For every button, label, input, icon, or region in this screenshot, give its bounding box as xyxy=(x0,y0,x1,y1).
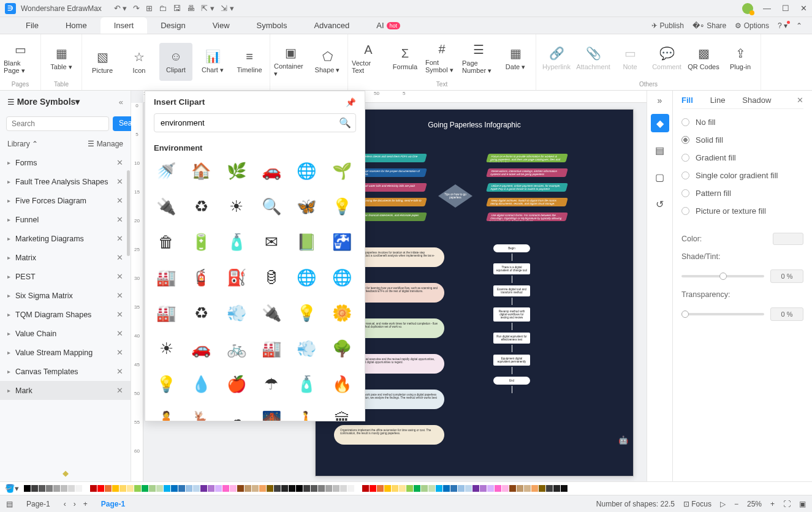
shape-button[interactable]: ⬠Shape ▾ xyxy=(311,43,344,81)
color-swatch-item[interactable] xyxy=(524,485,531,492)
color-swatch-item[interactable] xyxy=(245,485,251,492)
branch-right[interactable]: Reservations, interactive catalogs, kitc… xyxy=(486,168,568,177)
zoom-level[interactable]: 25% xyxy=(747,500,762,508)
fill-tool-icon[interactable]: ◆ xyxy=(651,114,669,132)
color-swatch-item[interactable] xyxy=(553,485,560,492)
flow-node[interactable]: Equipment digital equivalent permanently xyxy=(493,355,530,366)
clipart-item[interactable]: 📗 xyxy=(294,230,319,254)
color-swatch-item[interactable] xyxy=(230,485,237,492)
color-swatch-item[interactable] xyxy=(222,485,229,492)
color-swatch-item[interactable] xyxy=(303,485,310,492)
sidebar-scrollbar[interactable] xyxy=(127,170,130,256)
color-swatch-item[interactable] xyxy=(347,485,354,492)
zoom-out-button[interactable]: − xyxy=(734,500,738,508)
color-swatch-item[interactable] xyxy=(259,485,266,492)
flow-node[interactable]: Begin xyxy=(493,244,530,252)
chat-button[interactable]: 🤖 xyxy=(618,435,628,445)
share-button[interactable]: �∘ Share xyxy=(692,21,726,30)
color-swatch-item[interactable] xyxy=(539,485,545,492)
shade-value[interactable]: 0 % xyxy=(770,269,803,283)
branch-right[interactable]: Use digital contract forms. For contract… xyxy=(486,213,568,221)
minimize-button[interactable]: — xyxy=(763,4,771,13)
color-swatch-item[interactable] xyxy=(561,485,567,492)
color-swatch-item[interactable] xyxy=(296,485,303,492)
help-button[interactable]: ? ▾ xyxy=(778,21,787,30)
fill-option[interactable]: Picture or texture fill xyxy=(681,206,803,216)
clipart-item[interactable]: 🌐 xyxy=(294,159,319,183)
color-swatch-item[interactable] xyxy=(237,485,244,492)
color-swatch-item[interactable] xyxy=(171,485,178,492)
remove-icon[interactable]: ✕ xyxy=(116,348,123,357)
clipart-item[interactable]: 🦋 xyxy=(294,194,319,219)
transparency-value[interactable]: 0 % xyxy=(770,307,803,321)
category-item[interactable]: ▸Value Stream Mapping✕ xyxy=(0,343,131,362)
clipart-item[interactable]: 🌐 xyxy=(294,265,319,290)
category-item[interactable]: ▸Five Forces Diagram✕ xyxy=(0,191,131,210)
publish-button[interactable]: ✈ Publish xyxy=(651,21,684,30)
color-swatch-item[interactable] xyxy=(31,485,38,492)
remove-icon[interactable]: ✕ xyxy=(116,177,123,186)
clipart-item[interactable]: ♻ xyxy=(189,301,213,325)
flow-node[interactable]: End xyxy=(493,377,530,385)
clipart-item[interactable]: 🚿 xyxy=(154,159,178,183)
category-item[interactable]: ▸PEST✕ xyxy=(0,267,131,286)
panel-close-button[interactable]: ✕ xyxy=(797,96,803,105)
history-tool-icon[interactable]: ↺ xyxy=(651,195,669,213)
color-swatch-item[interactable] xyxy=(90,485,97,492)
flow-node[interactable]: Revamp method with digital workflows for… xyxy=(493,307,530,322)
branch-right[interactable]: Focus on e-forms to provide information … xyxy=(486,154,568,162)
color-swatch-item[interactable] xyxy=(200,485,207,492)
tab-insert[interactable]: Insert xyxy=(101,17,148,34)
clipart-item[interactable]: 💡 xyxy=(154,372,178,396)
refresh-icon[interactable]: ◆ xyxy=(0,465,131,481)
category-item[interactable]: ▸Canvas Templates✕ xyxy=(0,362,131,381)
new-button[interactable]: ⊞ xyxy=(146,4,153,13)
redo-button[interactable]: ↷ xyxy=(133,4,140,13)
clipart-item[interactable]: ☀ xyxy=(224,194,249,219)
color-swatch-item[interactable] xyxy=(39,485,45,492)
clipart-item[interactable]: 🔋 xyxy=(189,230,213,254)
clipart-item[interactable]: 🌳 xyxy=(330,336,354,361)
color-swatch-item[interactable] xyxy=(392,485,398,492)
color-swatch-item[interactable] xyxy=(495,485,501,492)
color-swatch-item[interactable] xyxy=(149,485,156,492)
user-avatar[interactable] xyxy=(742,3,753,14)
formula-button[interactable]: ΣFormula xyxy=(389,39,422,77)
page-next-button[interactable]: › xyxy=(74,500,76,508)
clipart-item[interactable]: ☁ xyxy=(224,407,249,421)
remove-icon[interactable]: ✕ xyxy=(116,253,123,262)
color-swatch-item[interactable] xyxy=(186,485,192,492)
fill-option[interactable]: No fill xyxy=(681,118,803,127)
color-swatch-item[interactable] xyxy=(517,485,523,492)
color-swatch[interactable] xyxy=(773,233,803,245)
table-button[interactable]: ▦Table ▾ xyxy=(45,39,78,77)
panel-tab-line[interactable]: Line xyxy=(710,96,726,105)
category-item[interactable]: ▸Matrix✕ xyxy=(0,248,131,267)
clipart-item[interactable]: 🦌 xyxy=(189,407,213,421)
color-swatch-item[interactable] xyxy=(428,485,435,492)
page-list-icon[interactable]: ▤ xyxy=(6,500,13,508)
clipart-item[interactable]: 🍎 xyxy=(224,372,249,396)
remove-icon[interactable]: ✕ xyxy=(116,272,123,281)
clipart-item[interactable]: 🧴 xyxy=(294,372,319,396)
clipart-item[interactable]: 🌉 xyxy=(259,407,284,421)
clipart-item[interactable]: ✉ xyxy=(259,230,284,254)
color-swatch-item[interactable] xyxy=(406,485,413,492)
clipart-item[interactable]: 🌱 xyxy=(330,159,354,183)
color-swatch-item[interactable] xyxy=(24,485,31,492)
category-item[interactable]: ▸TQM Diagram Shapes✕ xyxy=(0,305,131,324)
save-button[interactable]: 🖫 xyxy=(173,4,181,13)
info-bubble[interactable]: Organizations implement the office autom… xyxy=(334,425,444,445)
color-swatch-item[interactable] xyxy=(355,485,362,492)
color-swatch-item[interactable] xyxy=(215,485,222,492)
branch-right[interactable]: Utilize e-payment, online payment servic… xyxy=(486,183,568,192)
focus-button[interactable]: ⊡ Focus xyxy=(683,500,711,508)
color-swatch-item[interactable] xyxy=(164,485,170,492)
icon-button[interactable]: ☆Icon xyxy=(123,43,156,81)
color-swatch-item[interactable] xyxy=(289,485,295,492)
clipart-item[interactable]: 🗑 xyxy=(154,230,178,254)
remove-icon[interactable]: ✕ xyxy=(116,329,123,338)
category-item[interactable]: ▸Mark✕ xyxy=(0,381,131,400)
color-swatch-item[interactable] xyxy=(252,485,259,492)
color-swatch-item[interactable] xyxy=(362,485,369,492)
